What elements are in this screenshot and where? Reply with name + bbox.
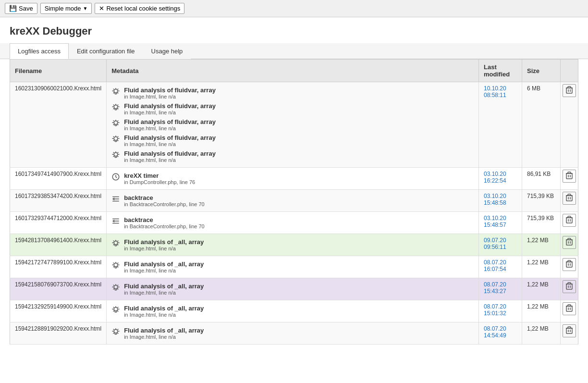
delete-button[interactable] bbox=[563, 302, 576, 315]
meta-entry: backtracein BacktraceController.php, lin… bbox=[111, 215, 474, 231]
meta-sub: in Image.html, line n/a bbox=[124, 110, 216, 115]
svg-rect-5 bbox=[566, 88, 572, 93]
delete-button[interactable] bbox=[563, 214, 576, 227]
date-cell: 08.07.2016:07:54 bbox=[479, 256, 522, 278]
bug-icon bbox=[111, 239, 120, 249]
metadata-cell: Fluid analysis of _all, arrayin Image.ht… bbox=[107, 322, 479, 345]
action-cell bbox=[561, 322, 578, 345]
chevron-down-icon: ▼ bbox=[83, 6, 88, 11]
action-cell bbox=[561, 278, 578, 300]
meta-entry: Fluid analysis of _all, arrayin Image.ht… bbox=[111, 259, 474, 275]
col-lastmodified: Last modified bbox=[479, 60, 522, 82]
size-cell: 6 MB bbox=[522, 82, 561, 168]
toolbar: 💾 Save Simple mode ▼ ✕ Reset local cooki… bbox=[0, 0, 588, 17]
svg-point-4 bbox=[114, 153, 118, 157]
meta-title: Fluid analysis of fluidvar, array bbox=[124, 102, 216, 110]
metadata-cell: Fluid analysis of _all, arrayin Image.ht… bbox=[107, 234, 479, 256]
meta-title: Fluid analysis of fluidvar, array bbox=[124, 134, 216, 141]
tab-config[interactable]: Edit configuration file bbox=[69, 43, 143, 59]
meta-title: backtrace bbox=[124, 216, 205, 223]
meta-sub: in Image.html, line n/a bbox=[124, 125, 216, 131]
date-cell: 03.10.2016:22:54 bbox=[479, 168, 522, 190]
meta-title: Fluid analysis of _all, array bbox=[124, 327, 204, 334]
meta-title: backtrace bbox=[124, 194, 205, 201]
metadata-cell: Fluid analysis of fluidvar, arrayin Imag… bbox=[107, 82, 479, 168]
svg-point-1 bbox=[114, 105, 118, 109]
meta-title: Fluid analysis of fluidvar, array bbox=[124, 118, 216, 125]
meta-sub: in Image.html, line n/a bbox=[124, 141, 216, 147]
svg-point-22 bbox=[114, 308, 118, 311]
table-row: 159421329259149900.Krexx.htmlFluid analy… bbox=[10, 300, 578, 322]
size-cell: 1,22 MB bbox=[522, 300, 561, 322]
bug-icon bbox=[111, 261, 120, 272]
save-label: Save bbox=[19, 5, 33, 12]
delete-button[interactable] bbox=[563, 324, 576, 337]
date-cell: 08.07.2014:54:49 bbox=[479, 322, 522, 345]
filename-cell: 159428137084961400.Krexx.html bbox=[10, 234, 107, 256]
date-cell: 03.10.2015:48:57 bbox=[479, 212, 522, 234]
action-cell bbox=[561, 168, 578, 190]
svg-point-20 bbox=[114, 285, 118, 289]
backtrace-icon bbox=[111, 217, 120, 227]
meta-entry: Fluid analysis of fluidvar, arrayin Imag… bbox=[111, 85, 474, 101]
metadata-cell: backtracein BacktraceController.php, lin… bbox=[107, 212, 479, 234]
clock-icon bbox=[111, 173, 120, 183]
meta-title: Fluid analysis of fluidvar, array bbox=[124, 150, 216, 157]
filename-cell: 160173293744712000.Krexx.html bbox=[10, 212, 107, 234]
svg-rect-25 bbox=[566, 328, 572, 334]
meta-title: Fluid analysis of _all, array bbox=[124, 238, 204, 246]
svg-rect-19 bbox=[566, 262, 572, 267]
reset-cookie-button[interactable]: ✕ Reset local cookie settings bbox=[95, 3, 184, 14]
svg-point-0 bbox=[114, 89, 118, 93]
action-cell bbox=[561, 234, 578, 256]
delete-button[interactable] bbox=[563, 192, 576, 205]
table-row: 159421580769073700.Krexx.htmlFluid analy… bbox=[10, 278, 578, 300]
size-cell: 1,22 MB bbox=[522, 256, 561, 278]
meta-title: kreXX timer bbox=[124, 172, 195, 179]
delete-button[interactable] bbox=[563, 258, 576, 271]
meta-sub: in Image.html, line n/a bbox=[124, 334, 204, 340]
metadata-cell: Fluid analysis of _all, arrayin Image.ht… bbox=[107, 300, 479, 322]
delete-button[interactable] bbox=[563, 280, 576, 293]
meta-entry: Fluid analysis of _all, arrayin Image.ht… bbox=[111, 237, 474, 253]
logfiles-table: Filename Metadata Last modified Size 160… bbox=[10, 59, 578, 345]
meta-title: Fluid analysis of _all, array bbox=[124, 283, 204, 290]
meta-sub: in Image.html, line n/a bbox=[124, 290, 204, 296]
filename-cell: 159421727477899100.Krexx.html bbox=[10, 256, 107, 278]
meta-title: Fluid analysis of fluidvar, array bbox=[124, 86, 216, 94]
bug-icon bbox=[111, 87, 120, 98]
filename-cell: 160231309060021000.Krexx.html bbox=[10, 82, 107, 168]
backtrace-icon bbox=[111, 195, 120, 205]
date-cell: 08.07.2015:43:27 bbox=[479, 278, 522, 300]
meta-title: Fluid analysis of _all, array bbox=[124, 305, 204, 312]
bug-icon bbox=[111, 305, 120, 316]
tab-logfiles[interactable]: Logfiles access bbox=[10, 43, 69, 59]
bug-icon bbox=[111, 327, 120, 338]
bug-icon bbox=[111, 135, 120, 145]
date-cell: 09.07.2009:56:11 bbox=[479, 234, 522, 256]
meta-entry: Fluid analysis of fluidvar, arrayin Imag… bbox=[111, 148, 474, 164]
meta-sub: in Image.html, line n/a bbox=[124, 268, 204, 273]
metadata-cell: Fluid analysis of _all, arrayin Image.ht… bbox=[107, 278, 479, 300]
date-cell: 08.07.2015:01:32 bbox=[479, 300, 522, 322]
col-metadata: Metadata bbox=[107, 60, 479, 82]
delete-button[interactable] bbox=[563, 84, 576, 97]
svg-point-2 bbox=[114, 121, 118, 125]
save-button[interactable]: 💾 Save bbox=[5, 3, 37, 14]
tab-help[interactable]: Usage help bbox=[143, 43, 191, 59]
delete-button[interactable] bbox=[563, 170, 576, 183]
size-cell: 1,22 MB bbox=[522, 322, 561, 345]
simple-mode-button[interactable]: Simple mode ▼ bbox=[40, 3, 92, 14]
meta-entry: Fluid analysis of _all, arrayin Image.ht… bbox=[111, 281, 474, 297]
meta-title: Fluid analysis of _all, array bbox=[124, 260, 204, 268]
table-row: 159428137084961400.Krexx.htmlFluid analy… bbox=[10, 234, 578, 256]
svg-rect-23 bbox=[566, 306, 572, 311]
action-cell bbox=[561, 300, 578, 322]
table-row: 160173497414907900.Krexx.htmlkreXX timer… bbox=[10, 168, 578, 190]
meta-sub: in Image.html, line n/a bbox=[124, 94, 216, 99]
bug-icon bbox=[111, 103, 120, 113]
table-row: 160231309060021000.Krexx.htmlFluid analy… bbox=[10, 82, 578, 168]
svg-point-3 bbox=[114, 137, 118, 141]
delete-button[interactable] bbox=[563, 236, 576, 249]
filename-cell: 159421580769073700.Krexx.html bbox=[10, 278, 107, 300]
